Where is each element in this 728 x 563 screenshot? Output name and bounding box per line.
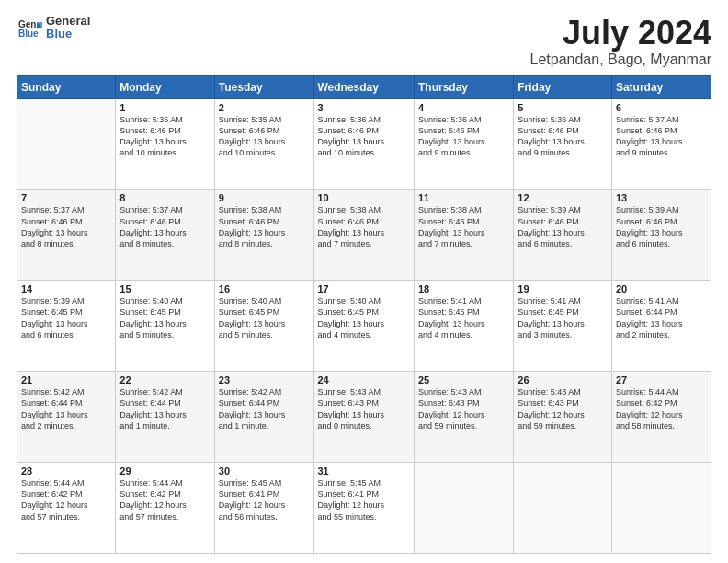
day-info: Sunrise: 5:39 AM Sunset: 6:46 PM Dayligh…	[616, 204, 707, 249]
day-number: 4	[418, 102, 509, 113]
table-cell: 20Sunrise: 5:41 AM Sunset: 6:44 PM Dayli…	[611, 281, 711, 372]
table-cell: 18Sunrise: 5:41 AM Sunset: 6:45 PM Dayli…	[414, 281, 513, 372]
table-cell: 8Sunrise: 5:37 AM Sunset: 6:46 PM Daylig…	[116, 190, 214, 281]
col-sunday: Sunday	[17, 75, 116, 98]
calendar-subtitle: Letpandan, Bago, Myanmar	[530, 52, 711, 68]
table-cell: 16Sunrise: 5:40 AM Sunset: 6:45 PM Dayli…	[214, 281, 313, 372]
day-info: Sunrise: 5:41 AM Sunset: 6:45 PM Dayligh…	[418, 295, 509, 340]
day-number: 5	[518, 102, 608, 113]
day-info: Sunrise: 5:44 AM Sunset: 6:42 PM Dayligh…	[21, 477, 111, 523]
day-number: 2	[219, 102, 310, 113]
day-info: Sunrise: 5:38 AM Sunset: 6:46 PM Dayligh…	[318, 204, 410, 249]
table-cell: 7Sunrise: 5:37 AM Sunset: 6:46 PM Daylig…	[17, 190, 116, 281]
table-cell: 23Sunrise: 5:42 AM Sunset: 6:44 PM Dayli…	[214, 372, 313, 463]
day-info: Sunrise: 5:36 AM Sunset: 6:46 PM Dayligh…	[318, 114, 410, 159]
day-info: Sunrise: 5:35 AM Sunset: 6:46 PM Dayligh…	[219, 114, 310, 159]
table-cell: 31Sunrise: 5:45 AM Sunset: 6:41 PM Dayli…	[313, 463, 414, 554]
col-thursday: Thursday	[414, 75, 513, 98]
day-info: Sunrise: 5:36 AM Sunset: 6:46 PM Dayligh…	[518, 114, 608, 159]
svg-text:Blue: Blue	[18, 29, 39, 39]
day-number: 29	[119, 465, 210, 477]
col-saturday: Saturday	[611, 75, 711, 98]
header-row: Sunday Monday Tuesday Wednesday Thursday…	[17, 75, 711, 98]
day-info: Sunrise: 5:42 AM Sunset: 6:44 PM Dayligh…	[219, 386, 310, 431]
day-info: Sunrise: 5:44 AM Sunset: 6:42 PM Dayligh…	[616, 386, 707, 431]
day-number: 20	[616, 283, 707, 294]
day-info: Sunrise: 5:41 AM Sunset: 6:45 PM Dayligh…	[518, 295, 608, 340]
day-number: 1	[119, 102, 210, 113]
title-block: July 2024 Letpandan, Bago, Myanmar	[530, 15, 711, 68]
header: General Blue General Blue July 2024 Letp…	[17, 15, 711, 68]
calendar-title: July 2024	[530, 15, 711, 52]
logo-text-general: General	[46, 15, 90, 28]
table-cell: 29Sunrise: 5:44 AM Sunset: 6:42 PM Dayli…	[116, 463, 214, 554]
day-info: Sunrise: 5:39 AM Sunset: 6:46 PM Dayligh…	[518, 204, 608, 249]
day-info: Sunrise: 5:38 AM Sunset: 6:46 PM Dayligh…	[219, 204, 310, 249]
table-cell: 12Sunrise: 5:39 AM Sunset: 6:46 PM Dayli…	[514, 190, 612, 281]
day-info: Sunrise: 5:42 AM Sunset: 6:44 PM Dayligh…	[21, 386, 111, 431]
calendar-table: Sunday Monday Tuesday Wednesday Thursday…	[17, 75, 711, 554]
table-cell: 25Sunrise: 5:43 AM Sunset: 6:43 PM Dayli…	[414, 372, 513, 463]
day-info: Sunrise: 5:37 AM Sunset: 6:46 PM Dayligh…	[21, 204, 111, 249]
col-friday: Friday	[514, 75, 612, 98]
col-tuesday: Tuesday	[214, 75, 313, 98]
table-cell: 19Sunrise: 5:41 AM Sunset: 6:45 PM Dayli…	[514, 281, 612, 372]
day-number: 30	[219, 465, 310, 477]
day-number: 19	[518, 283, 608, 294]
table-cell: 15Sunrise: 5:40 AM Sunset: 6:45 PM Dayli…	[116, 281, 214, 372]
day-number: 16	[219, 283, 310, 294]
table-cell: 24Sunrise: 5:43 AM Sunset: 6:43 PM Dayli…	[313, 372, 414, 463]
day-number: 21	[21, 374, 111, 385]
day-info: Sunrise: 5:36 AM Sunset: 6:46 PM Dayligh…	[418, 114, 509, 159]
table-cell: 21Sunrise: 5:42 AM Sunset: 6:44 PM Dayli…	[17, 372, 116, 463]
day-info: Sunrise: 5:43 AM Sunset: 6:43 PM Dayligh…	[518, 386, 608, 431]
table-cell: 27Sunrise: 5:44 AM Sunset: 6:42 PM Dayli…	[611, 372, 711, 463]
day-number: 23	[219, 374, 310, 385]
logo-icon: General Blue	[17, 15, 42, 40]
table-cell	[414, 463, 513, 554]
day-number: 13	[616, 192, 707, 203]
day-number: 12	[518, 192, 608, 203]
day-number: 27	[616, 374, 707, 385]
table-cell: 4Sunrise: 5:36 AM Sunset: 6:46 PM Daylig…	[414, 98, 513, 190]
table-cell: 1Sunrise: 5:35 AM Sunset: 6:46 PM Daylig…	[116, 98, 214, 190]
table-cell: 17Sunrise: 5:40 AM Sunset: 6:45 PM Dayli…	[313, 281, 414, 372]
table-cell: 30Sunrise: 5:45 AM Sunset: 6:41 PM Dayli…	[214, 463, 313, 554]
table-cell: 28Sunrise: 5:44 AM Sunset: 6:42 PM Dayli…	[17, 463, 116, 554]
table-cell: 14Sunrise: 5:39 AM Sunset: 6:45 PM Dayli…	[17, 281, 116, 372]
day-number: 25	[418, 374, 509, 385]
day-info: Sunrise: 5:38 AM Sunset: 6:46 PM Dayligh…	[418, 204, 509, 249]
table-cell: 2Sunrise: 5:35 AM Sunset: 6:46 PM Daylig…	[214, 98, 313, 190]
table-row: 28Sunrise: 5:44 AM Sunset: 6:42 PM Dayli…	[17, 463, 711, 554]
table-cell: 3Sunrise: 5:36 AM Sunset: 6:46 PM Daylig…	[313, 98, 414, 190]
logo-text-blue: Blue	[46, 28, 90, 40]
table-cell	[514, 463, 612, 554]
table-cell	[17, 98, 116, 190]
day-info: Sunrise: 5:40 AM Sunset: 6:45 PM Dayligh…	[318, 295, 410, 340]
table-cell: 26Sunrise: 5:43 AM Sunset: 6:43 PM Dayli…	[514, 372, 612, 463]
day-number: 8	[119, 192, 210, 203]
day-number: 11	[418, 192, 509, 203]
table-cell	[611, 463, 711, 554]
table-cell: 5Sunrise: 5:36 AM Sunset: 6:46 PM Daylig…	[514, 98, 612, 190]
day-info: Sunrise: 5:43 AM Sunset: 6:43 PM Dayligh…	[418, 386, 509, 431]
day-number: 14	[21, 283, 111, 294]
calendar-page: General Blue General Blue July 2024 Letp…	[0, 0, 728, 563]
col-wednesday: Wednesday	[313, 75, 414, 98]
day-info: Sunrise: 5:37 AM Sunset: 6:46 PM Dayligh…	[616, 114, 707, 159]
day-info: Sunrise: 5:40 AM Sunset: 6:45 PM Dayligh…	[219, 295, 310, 340]
col-monday: Monday	[116, 75, 214, 98]
day-number: 6	[616, 102, 707, 113]
table-cell: 11Sunrise: 5:38 AM Sunset: 6:46 PM Dayli…	[414, 190, 513, 281]
day-info: Sunrise: 5:35 AM Sunset: 6:46 PM Dayligh…	[119, 114, 210, 159]
day-number: 15	[119, 283, 210, 294]
day-number: 17	[318, 283, 410, 294]
table-row: 7Sunrise: 5:37 AM Sunset: 6:46 PM Daylig…	[17, 190, 711, 281]
table-cell: 22Sunrise: 5:42 AM Sunset: 6:44 PM Dayli…	[116, 372, 214, 463]
day-info: Sunrise: 5:44 AM Sunset: 6:42 PM Dayligh…	[119, 477, 210, 523]
day-number: 9	[219, 192, 310, 203]
table-cell: 6Sunrise: 5:37 AM Sunset: 6:46 PM Daylig…	[611, 98, 711, 190]
day-info: Sunrise: 5:45 AM Sunset: 6:41 PM Dayligh…	[219, 477, 310, 523]
day-info: Sunrise: 5:40 AM Sunset: 6:45 PM Dayligh…	[119, 295, 210, 340]
day-info: Sunrise: 5:37 AM Sunset: 6:46 PM Dayligh…	[119, 204, 210, 249]
